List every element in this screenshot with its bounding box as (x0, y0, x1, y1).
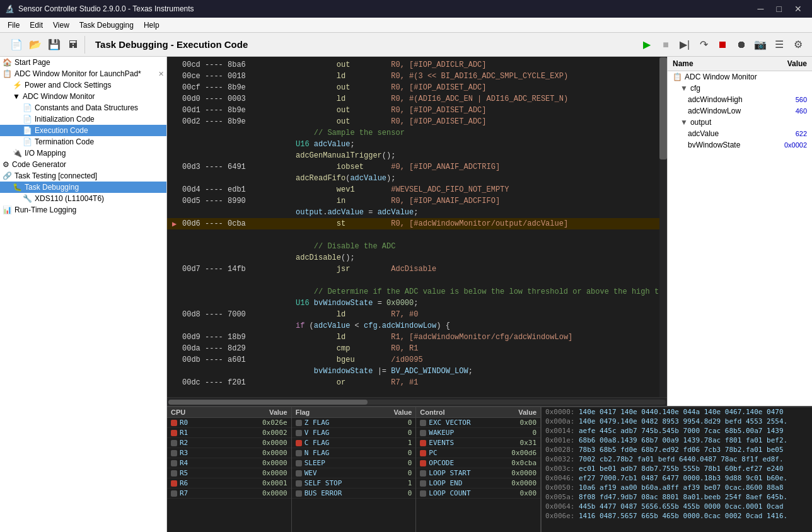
sidebar-label-constants: Constants and Data Structures (35, 103, 138, 112)
ctrl-events[interactable]: EVENTS 0x31 (416, 438, 540, 448)
flag-selfstop[interactable]: SELF STOP 1 (292, 478, 416, 489)
sidebar-item-power-clock[interactable]: ⚡ Power and Clock Settings (0, 79, 166, 91)
r5-name: R5 (180, 469, 224, 477)
code-line-00db: 00db ---- a601 bgeu /id0095 (167, 354, 659, 366)
ctrl-loop-count[interactable]: LOOP COUNT 0x00 (416, 489, 540, 499)
flag-z[interactable]: Z FLAG 0 (292, 418, 416, 428)
ctrl-opcode[interactable]: OPCODE 0x0cba (416, 458, 540, 468)
sidebar-item-project[interactable]: 📋 ADC Window Monitor for LaunchPad* ✕ (0, 68, 166, 79)
flag-reg-table: Z FLAG 0 V FLAG 0 C FLAG 1 (292, 418, 416, 532)
right-adc-low-value: 460 (796, 107, 807, 115)
code-editor[interactable]: 00cd ---- 8ba6 out R0, [#IOP_ADICLR_ADC]… (167, 57, 659, 397)
reg-r3[interactable]: R3 0x0000 (167, 448, 291, 458)
flag-wev[interactable]: WEV 0 (292, 468, 416, 478)
reg-r5[interactable]: R5 0x0000 (167, 468, 291, 478)
maximize-button[interactable]: □ (772, 3, 787, 15)
menu-file[interactable]: File (3, 20, 25, 31)
sidebar-item-execution-code[interactable]: 📄 Execution Code (0, 125, 166, 136)
right-item-cfg[interactable]: ▼ cfg (668, 83, 812, 94)
code-vscroll-thumb[interactable] (659, 57, 667, 159)
sidebar-label-init-code: Initialization Code (35, 115, 95, 124)
sidebar-item-io-mapping[interactable]: 🔌 I/O Mapping (0, 147, 166, 159)
toolbar-stepover-button[interactable]: ↷ (695, 36, 712, 54)
toolbar-new-button[interactable]: 📄 (8, 36, 25, 54)
sidebar-label-start-page: Start Page (14, 58, 50, 67)
project-close-icon[interactable]: ✕ (158, 70, 164, 78)
right-adc-low-label: adcWindowLow (688, 107, 796, 115)
flag-sleep[interactable]: SLEEP 0 (292, 458, 416, 468)
zflag-value: 0 (349, 419, 412, 427)
right-item-output[interactable]: ▼ output (668, 117, 812, 128)
xds110-icon: 🔧 (23, 194, 32, 203)
flag-n[interactable]: N FLAG 0 (292, 448, 416, 458)
right-item-root[interactable]: 📋 ADC Window Monitor (668, 71, 812, 83)
toolbar-step-button[interactable]: ▶| (676, 36, 693, 54)
ctrl-loop-start[interactable]: LOOP START 0x0000 (416, 468, 540, 478)
code-line-00d7: 00d7 ---- 14fb jsr AdcDisable (167, 263, 659, 275)
r6-indicator (171, 480, 177, 487)
ctrl-loop-end[interactable]: LOOP END 0x0000 (416, 478, 540, 489)
ctrl-exc-vector[interactable]: EXC VECTOR 0x00 (416, 418, 540, 428)
start-page-icon: 🏠 (3, 58, 12, 67)
sidebar-item-init-code[interactable]: 📄 Initialization Code (0, 113, 166, 125)
right-item-adc-high[interactable]: adcWindowHigh 560 (668, 94, 812, 105)
reg-r6[interactable]: R6 0x0001 (167, 478, 291, 489)
code-line-adcvalue: output.adcValue = adcValue; (167, 207, 659, 218)
ctrl-wakeup[interactable]: WAKEUP 0 (416, 428, 540, 438)
sidebar-label-power-clock: Power and Clock Settings (25, 81, 111, 90)
toolbar-save-button[interactable]: 💾 (45, 36, 63, 54)
menu-edit[interactable]: Edit (25, 20, 48, 31)
loop-end-indicator (420, 480, 426, 487)
sidebar-item-task-debugging[interactable]: 🐛 Task Debugging (0, 182, 166, 193)
sidebar-item-adc-monitor[interactable]: ▼ ADC Window Monitor (0, 91, 166, 102)
minimize-button[interactable]: ─ (753, 3, 769, 15)
toolbar-settings-button[interactable]: ⚙ (789, 36, 807, 54)
reg-r2[interactable]: R2 0x0000 (167, 438, 291, 448)
toolbar-open-button[interactable]: 📂 (26, 36, 44, 54)
sidebar-item-task-testing[interactable]: 🔗 Task Testing [connected] (0, 170, 166, 182)
toolbar-stop-button[interactable]: ■ (657, 36, 675, 54)
flag-c[interactable]: C FLAG 1 (292, 438, 416, 448)
mem-row-0032: 0x0032: 7002 cb2.78b2 fa01 befd 6440.048… (542, 454, 812, 464)
code-hscrollbar[interactable] (167, 397, 667, 406)
reg-r7[interactable]: R7 0x0000 (167, 489, 291, 499)
sidebar-label-task-testing: Task Testing [connected] (14, 171, 97, 180)
sidebar-item-runtime-logging[interactable]: 📊 Run-Time Logging (0, 204, 166, 216)
toolbar-run-button[interactable]: ▶ (638, 36, 656, 54)
ctrl-pc[interactable]: PC 0x00d6 (416, 448, 540, 458)
sidebar-item-code-generator[interactable]: ⚙ Code Generator (0, 159, 166, 170)
sidebar-item-xds110[interactable]: 🔧 XDS110 (L11004T6) (0, 193, 166, 204)
toolbar-saveas-button[interactable]: 🖬 (64, 36, 82, 54)
flag-buserror[interactable]: BUS ERROR 0 (292, 489, 416, 499)
right-item-adc-low[interactable]: adcWindowLow 460 (668, 105, 812, 117)
left-panel: 🏠 Start Page 📋 ADC Window Monitor for La… (0, 57, 167, 532)
menu-view[interactable]: View (48, 20, 74, 31)
buserror-value: 0 (349, 489, 412, 497)
reg-r1[interactable]: R1 0x0002 (167, 428, 291, 438)
toolbar-record-button[interactable]: ⏺ (733, 36, 750, 54)
right-item-adcvalue[interactable]: adcValue 622 (668, 128, 812, 139)
vflag-indicator (296, 430, 302, 436)
flag-col-name: Flag (296, 408, 394, 416)
hscroll-thumb[interactable] (168, 400, 368, 405)
selfstop-indicator (296, 480, 302, 487)
toolbar-list-button[interactable]: ☰ (770, 36, 788, 54)
sidebar-item-start-page[interactable]: 🏠 Start Page (0, 57, 166, 68)
toolbar-snapshot-button[interactable]: 📷 (751, 36, 769, 54)
menu-help[interactable]: Help (139, 20, 165, 31)
close-button[interactable]: ✕ (789, 3, 807, 15)
reg-r4[interactable]: R4 0x0000 (167, 458, 291, 468)
flag-header: Flag Value (292, 407, 416, 418)
reg-r0[interactable]: R0 0x026e (167, 418, 291, 428)
right-item-bvwindow[interactable]: bvWindowState 0x0002 (668, 139, 812, 151)
sidebar-item-constants[interactable]: 📄 Constants and Data Structures (0, 102, 166, 113)
loop-start-name: LOOP START (429, 469, 473, 477)
flag-v[interactable]: V FLAG 0 (292, 428, 416, 438)
right-cfg-label: cfg (690, 84, 807, 93)
wakeup-indicator (420, 430, 426, 436)
code-vscrollbar[interactable] (659, 57, 667, 397)
sidebar-item-termination-code[interactable]: 📄 Termination Code (0, 136, 166, 147)
toolbar-break-button[interactable]: ⏹ (714, 36, 731, 54)
menu-task-debugging[interactable]: Task Debugging (74, 20, 139, 31)
exc-vector-value: 0x00 (473, 419, 536, 427)
